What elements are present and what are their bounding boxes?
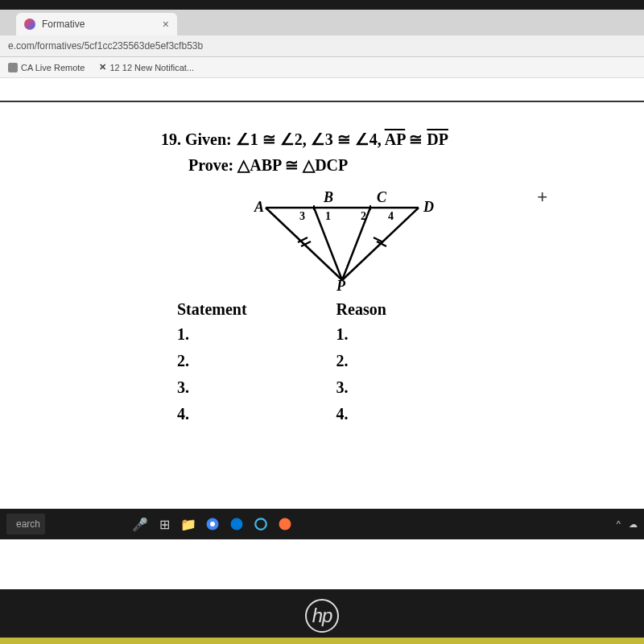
given-line: 19. Given: ∠1 ≅ ∠2, ∠3 ≅ ∠4, AP ≅ DP bbox=[161, 126, 531, 152]
hp-logo: hp bbox=[305, 599, 339, 633]
browser-tab[interactable]: Formative × bbox=[16, 13, 177, 35]
url-text: e.com/formatives/5cf1cc235563de5ef3cfb53… bbox=[8, 40, 203, 52]
svg-point-6 bbox=[279, 518, 291, 530]
page-content: + 19. Given: ∠1 ≅ ∠2, ∠3 ≅ ∠4, AP ≅ DP P… bbox=[0, 101, 644, 555]
favicon-icon bbox=[24, 19, 35, 30]
bookmarks-bar: CA Live Remote ✕ 12 12 New Notificat... bbox=[0, 57, 644, 78]
bookmark-icon bbox=[8, 63, 18, 72]
bookmark-label: CA Live Remote bbox=[21, 63, 85, 72]
bookmark-item[interactable]: CA Live Remote bbox=[8, 62, 85, 72]
prove-body: △ABP ≅ △DCP bbox=[237, 156, 348, 174]
table-row: 3. bbox=[177, 378, 324, 397]
bookmark-x-icon: ✕ bbox=[99, 62, 106, 72]
vertex-b: B bbox=[323, 189, 333, 205]
svg-point-4 bbox=[231, 518, 243, 530]
vertex-p: P bbox=[336, 278, 346, 292]
prove-line: Prove: △ABP ≅ △DCP bbox=[188, 152, 531, 178]
prove-label: Prove: bbox=[188, 156, 233, 174]
table-row: 4. bbox=[177, 405, 324, 423]
tab-bar: Formative × bbox=[0, 10, 644, 35]
file-explorer-icon[interactable]: 📁 bbox=[177, 513, 200, 535]
table-row: 1. bbox=[177, 325, 324, 344]
ie-icon[interactable] bbox=[250, 513, 272, 535]
given-body: ∠1 ≅ ∠2, ∠3 ≅ ∠4, bbox=[236, 130, 385, 148]
math-problem: 19. Given: ∠1 ≅ ∠2, ∠3 ≅ ∠4, AP ≅ DP Pro… bbox=[161, 126, 531, 431]
given-label: Given: bbox=[185, 130, 232, 148]
bookmark-item[interactable]: ✕ 12 12 New Notificat... bbox=[99, 62, 194, 72]
table-row: 3. bbox=[336, 378, 483, 397]
taskbar-search[interactable]: earch bbox=[6, 514, 45, 535]
cursor-icon: + bbox=[537, 187, 547, 208]
chrome-icon[interactable] bbox=[201, 513, 224, 535]
task-view-icon[interactable]: ⊞ bbox=[153, 513, 175, 535]
proof-table: Statement 1. 2. 3. 4. Reason 1. 2. 3. 4. bbox=[177, 300, 483, 431]
table-row: 2. bbox=[336, 352, 483, 370]
browser-chrome: Formative × e.com/formatives/5cf1cc23556… bbox=[0, 10, 644, 78]
reason-column: Reason 1. 2. 3. 4. bbox=[336, 300, 483, 431]
segment-ap: AP bbox=[385, 130, 406, 148]
edge-icon[interactable] bbox=[225, 513, 248, 535]
angle-3: 3 bbox=[299, 210, 305, 222]
onedrive-icon[interactable]: ☁ bbox=[629, 519, 638, 530]
triangle-diagram: A B C D P 1 2 3 4 bbox=[233, 188, 459, 292]
bookmark-label: 12 12 New Notificat... bbox=[109, 63, 194, 72]
angle-2: 2 bbox=[361, 210, 366, 222]
segment-dp: DP bbox=[427, 130, 448, 148]
reason-header: Reason bbox=[336, 300, 483, 319]
table-row: 4. bbox=[336, 405, 483, 423]
system-tray[interactable]: ^ ☁ bbox=[617, 519, 638, 530]
svg-point-5 bbox=[255, 518, 266, 530]
congruent-symbol: ≅ bbox=[405, 130, 427, 148]
angle-1: 1 bbox=[325, 210, 331, 222]
statement-header: Statement bbox=[177, 300, 324, 319]
vertex-c: C bbox=[377, 189, 387, 205]
table-edge bbox=[0, 638, 644, 644]
cortana-icon[interactable]: 🎤 bbox=[129, 513, 151, 535]
close-icon[interactable]: × bbox=[163, 18, 169, 31]
tray-arrow-icon[interactable]: ^ bbox=[617, 519, 621, 529]
problem-number: 19. bbox=[161, 130, 181, 148]
url-bar[interactable]: e.com/formatives/5cf1cc235563de5ef3cfb53… bbox=[0, 35, 644, 57]
tab-title: Formative bbox=[42, 19, 85, 30]
angle-4: 4 bbox=[388, 210, 394, 222]
statement-column: Statement 1. 2. 3. 4. bbox=[177, 300, 324, 431]
vertex-d: D bbox=[423, 199, 434, 215]
table-row: 2. bbox=[177, 352, 324, 370]
table-row: 1. bbox=[336, 325, 483, 344]
svg-point-3 bbox=[210, 522, 215, 526]
vertex-a: A bbox=[254, 199, 264, 215]
firefox-icon[interactable] bbox=[274, 513, 296, 535]
windows-taskbar[interactable]: earch 🎤 ⊞ 📁 ^ ☁ bbox=[0, 509, 644, 539]
hp-text: hp bbox=[312, 605, 332, 627]
